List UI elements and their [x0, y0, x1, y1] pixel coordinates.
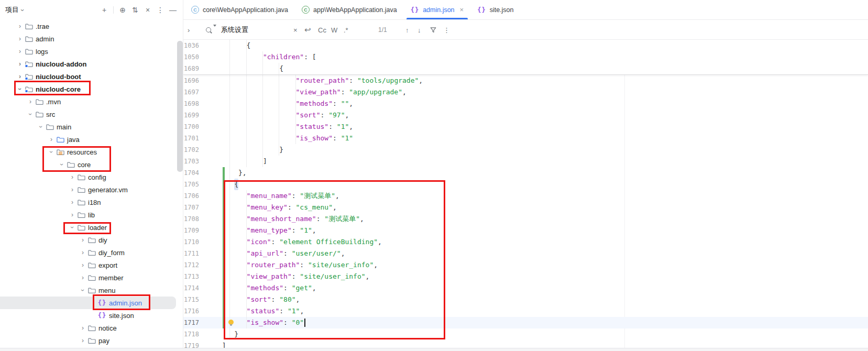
tree-item-i18n[interactable]: › i18n — [0, 196, 183, 209]
close-tab-icon[interactable]: × — [460, 6, 464, 14]
tree-item-src[interactable]: › src — [0, 108, 183, 120]
tree-chevron-icon[interactable]: › — [79, 236, 87, 244]
tree-item-niucloud-addon[interactable]: › niucloud-addon — [0, 58, 183, 70]
tree-chevron-icon[interactable]: › — [69, 223, 76, 232]
code-line-1707[interactable]: 1707"menu_key": "cs_menu", — [183, 202, 868, 213]
code-line-1709[interactable]: 1709"menu_type": "1", — [183, 225, 868, 236]
tree-item-niucloud-boot[interactable]: › niucloud-boot — [0, 70, 183, 83]
tree-chevron-icon[interactable]: › — [26, 98, 35, 105]
code-line-1036[interactable]: 1036{ — [183, 40, 868, 51]
previous-match-icon[interactable]: ↑ — [405, 20, 409, 40]
code-line-1714[interactable]: 1714"methods": "get", — [183, 282, 868, 294]
intention-lightbulb-icon[interactable] — [228, 320, 234, 325]
code-line-1703[interactable]: 1703] — [183, 156, 868, 167]
tree-chevron-icon[interactable]: › — [37, 123, 45, 131]
more-options-icon[interactable]: ⋮ — [155, 4, 166, 16]
tab-core-webappapplication-java[interactable]: Ccore\WebAppApplication.java — [184, 0, 295, 19]
code-line-1706[interactable]: 1706"menu_name": "测试菜单", — [183, 190, 868, 202]
tree-chevron-icon[interactable]: › — [47, 136, 56, 143]
search-input[interactable]: 系统设置 — [221, 20, 248, 40]
match-case-toggle[interactable]: Cc — [318, 20, 326, 40]
code-line-1697[interactable]: 1697"view_path": "app/upgrade", — [183, 86, 868, 98]
tree-item-loader[interactable]: › loader — [0, 221, 183, 234]
tree-chevron-icon[interactable]: › — [48, 148, 55, 156]
code-line-1696[interactable]: 1696"router_path": "tools/upgrade", — [183, 75, 868, 86]
code-line-1716[interactable]: 1716"status": "1", — [183, 305, 868, 317]
tree-chevron-icon[interactable]: › — [79, 337, 87, 344]
expand-all-icon[interactable]: ⇅ — [129, 4, 141, 16]
tree-item-logs[interactable]: › logs — [0, 45, 183, 58]
tree-item-config[interactable]: › config — [0, 171, 183, 183]
chevron-right-icon[interactable]: › — [188, 20, 190, 40]
tree-chevron-icon[interactable]: › — [68, 199, 76, 206]
tree-chevron-icon[interactable]: › — [79, 249, 87, 256]
tree-item-admin[interactable]: › admin — [0, 32, 183, 45]
tree-item-niucloud-core[interactable]: › niucloud-core — [0, 83, 183, 95]
tree-item-pay[interactable]: › pay — [0, 334, 183, 347]
collapse-all-icon[interactable]: × — [142, 4, 153, 16]
tree-item-lib[interactable]: › lib — [0, 209, 183, 221]
tree-chevron-icon[interactable]: › — [79, 324, 87, 332]
tree-item-export[interactable]: › export — [0, 259, 183, 271]
clear-search-icon[interactable]: × — [293, 20, 298, 40]
tab-app-webappapplication-java[interactable]: Capp\WebAppApplication.java — [295, 0, 404, 19]
tree-item--mvn[interactable]: › .mvn — [0, 95, 183, 108]
tree-chevron-icon[interactable]: › — [16, 60, 24, 68]
code-line-1710[interactable]: 1710"icon": "element OfficeBuilding", — [183, 236, 868, 248]
code-line-1705[interactable]: 1705{ — [183, 179, 868, 190]
code-line-1717[interactable]: 1717"is_show": "0" — [183, 317, 868, 328]
tree-chevron-icon[interactable]: › — [16, 73, 24, 80]
tree-scrollbar[interactable] — [177, 41, 183, 172]
tree-item-site-json[interactable]: {}site.json — [0, 309, 183, 322]
code-line-1715[interactable]: 1715"sort": "80", — [183, 294, 868, 305]
tree-chevron-icon[interactable]: › — [16, 48, 24, 55]
code-line-1701[interactable]: 1701"is_show": "1" — [183, 133, 868, 144]
newline-icon[interactable]: ↩ — [304, 20, 311, 40]
code-line-1700[interactable]: 1700"status": "1", — [183, 121, 868, 133]
tree-chevron-icon[interactable]: › — [79, 286, 86, 294]
code-line-1718[interactable]: 1718} — [183, 328, 868, 340]
tree-chevron-icon[interactable]: › — [79, 261, 87, 269]
tree-item--trae[interactable]: › .trae — [0, 20, 183, 32]
tree-chevron-icon[interactable]: › — [16, 23, 24, 30]
tab-site-json[interactable]: {}site.json — [470, 0, 520, 19]
code-line-1708[interactable]: 1708"menu_short_name": "测试菜单", — [183, 213, 868, 225]
code-line-1702[interactable]: 1702} — [183, 144, 868, 156]
tree-chevron-icon[interactable]: › — [79, 274, 87, 281]
regex-toggle[interactable]: .* — [344, 20, 348, 40]
tree-chevron-icon[interactable]: › — [58, 160, 65, 169]
tree-item-generator-vm[interactable]: › generator.vm — [0, 183, 183, 196]
code-line-1698[interactable]: 1698"methods": "", — [183, 98, 868, 109]
code-line-1712[interactable]: 1712"router_path": "site/user_info", — [183, 259, 868, 271]
tree-chevron-icon[interactable]: › — [68, 173, 76, 181]
filter-icon[interactable] — [430, 20, 437, 40]
tree-item-member[interactable]: › member — [0, 271, 183, 284]
more-options-icon[interactable]: ⋮ — [443, 20, 450, 40]
tree-item-notice[interactable]: › notice — [0, 322, 183, 334]
code-line-1711[interactable]: 1711"api_url": "user/user/", — [183, 248, 868, 259]
tree-item-admin-json[interactable]: {}admin.json — [0, 297, 176, 309]
tree-item-java[interactable]: › java — [0, 133, 183, 146]
tab-admin-json[interactable]: {}admin.json× — [404, 0, 471, 19]
tree-item-diy-form[interactable]: › diy_form — [0, 246, 183, 259]
tree-item-core[interactable]: › core — [0, 158, 183, 171]
code-line-1699[interactable]: 1699"sort": "97", — [183, 109, 868, 121]
code-line-1689[interactable]: 1689{ — [183, 63, 868, 74]
code-line-1713[interactable]: 1713"view_path": "site/user_info", — [183, 271, 868, 282]
add-icon[interactable]: + — [98, 4, 110, 16]
project-panel-title[interactable]: 项目 — [5, 5, 19, 15]
locate-icon[interactable]: ⊕ — [117, 4, 128, 16]
tree-chevron-icon[interactable]: › — [68, 211, 76, 218]
search-icon[interactable] — [205, 20, 213, 40]
tree-chevron-icon[interactable]: › — [16, 85, 24, 93]
tree-item-diy[interactable]: › diy — [0, 234, 183, 246]
tree-item-resources[interactable]: › resources — [0, 146, 183, 158]
hide-panel-icon[interactable]: — — [167, 4, 179, 16]
tree-item-main[interactable]: › main — [0, 120, 183, 133]
tree-chevron-icon[interactable]: › — [27, 110, 34, 118]
tree-chevron-icon[interactable]: › — [16, 35, 24, 42]
code-editor[interactable]: 1036{1050"children": [1689{ 1696"router_… — [183, 40, 868, 348]
code-line-1704[interactable]: 1704}, — [183, 167, 868, 179]
tree-chevron-icon[interactable]: › — [68, 186, 76, 193]
code-line-1719[interactable]: 1719] — [183, 340, 868, 348]
